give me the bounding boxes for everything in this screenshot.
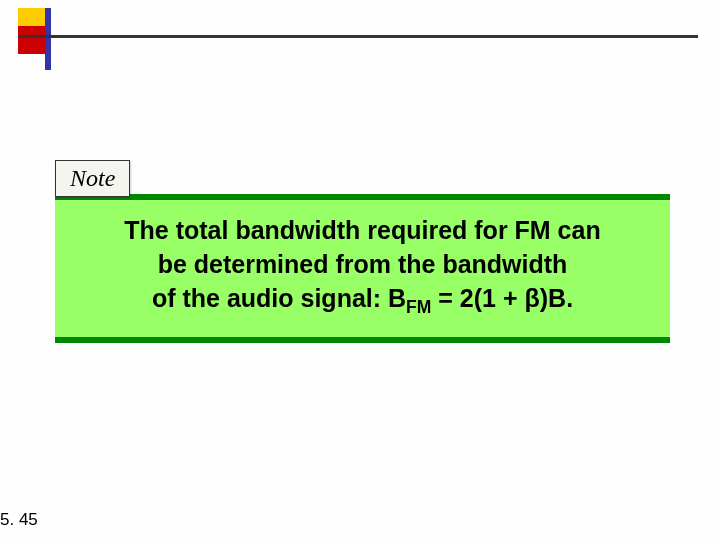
page-number: 5. 45 [0, 510, 38, 530]
text-line-2: be determined from the bandwidth [158, 250, 568, 278]
note-label: Note [55, 160, 130, 197]
slide-decoration [18, 8, 78, 68]
note-content-box: The total bandwidth required for FM can … [55, 200, 670, 337]
blue-vertical-bar [45, 8, 51, 70]
text-line-3-prefix: of the audio signal: B [152, 284, 406, 312]
note-block: Note The total bandwidth required for FM… [55, 160, 670, 343]
text-line-3-suffix: = 2(1 + β)B. [431, 284, 573, 312]
text-subscript: FM [406, 297, 431, 317]
horizontal-rule [18, 35, 698, 38]
note-text: The total bandwidth required for FM can … [75, 214, 650, 319]
red-square [18, 26, 46, 54]
green-rule-bottom [55, 337, 670, 343]
text-line-1: The total bandwidth required for FM can [124, 216, 600, 244]
